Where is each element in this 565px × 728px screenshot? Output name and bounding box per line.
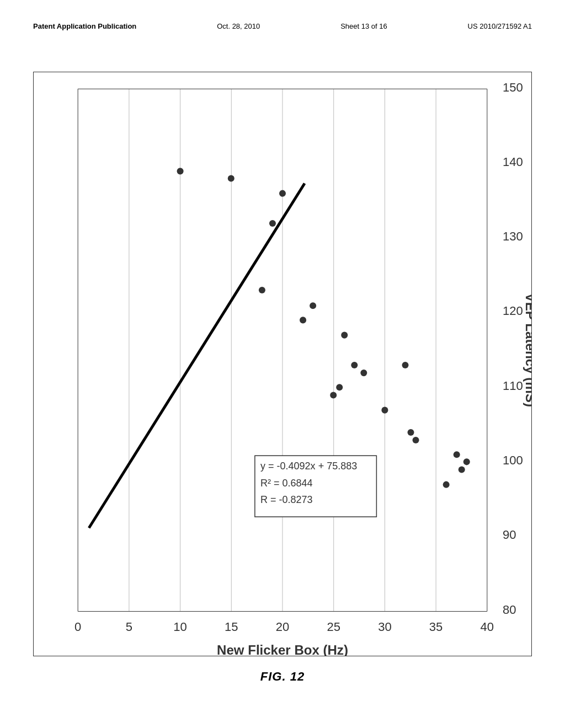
- svg-point-38: [360, 370, 367, 376]
- svg-text:35: 35: [429, 620, 443, 634]
- svg-text:150: 150: [503, 81, 523, 94]
- svg-text:R = -0.8273: R = -0.8273: [260, 494, 313, 505]
- header-patent-number: US 2010/271592 A1: [468, 22, 532, 30]
- svg-point-49: [177, 168, 184, 174]
- svg-text:120: 120: [503, 304, 523, 318]
- svg-text:R² = 0.6844: R² = 0.6844: [260, 478, 313, 489]
- svg-text:10: 10: [173, 620, 187, 634]
- svg-text:90: 90: [503, 528, 516, 542]
- svg-text:VEP Latency (mS): VEP Latency (mS): [523, 293, 531, 407]
- svg-text:40: 40: [481, 620, 494, 634]
- svg-point-41: [336, 384, 343, 390]
- svg-text:25: 25: [327, 620, 340, 634]
- svg-point-39: [351, 362, 358, 368]
- svg-point-30: [463, 458, 470, 465]
- svg-text:0: 0: [74, 620, 81, 634]
- svg-text:110: 110: [503, 379, 523, 393]
- header: Patent Application Publication Oct. 28, …: [33, 22, 532, 30]
- header-date: Oct. 28, 2010: [217, 22, 260, 30]
- svg-point-40: [341, 332, 348, 339]
- svg-text:30: 30: [378, 620, 392, 634]
- svg-text:80: 80: [503, 603, 516, 617]
- figure-caption: FIG. 12: [260, 670, 305, 684]
- svg-point-45: [279, 190, 286, 197]
- svg-point-46: [269, 220, 276, 227]
- svg-text:20: 20: [276, 620, 290, 634]
- svg-text:140: 140: [503, 155, 523, 169]
- header-sheet: Sheet 13 of 16: [340, 22, 387, 30]
- svg-text:15: 15: [225, 620, 238, 634]
- page: Patent Application Publication Oct. 28, …: [0, 0, 565, 728]
- svg-point-32: [454, 451, 460, 458]
- svg-point-31: [459, 466, 465, 473]
- svg-point-36: [402, 362, 408, 368]
- svg-point-48: [228, 175, 234, 181]
- svg-point-33: [443, 481, 450, 488]
- svg-text:New Flicker Box (Hz): New Flicker Box (Hz): [217, 643, 348, 656]
- svg-point-35: [408, 429, 414, 436]
- svg-point-42: [330, 392, 337, 398]
- svg-text:130: 130: [503, 229, 523, 243]
- svg-point-37: [381, 407, 388, 414]
- svg-point-43: [310, 302, 316, 309]
- svg-text:y = -0.4092x + 75.883: y = -0.4092x + 75.883: [260, 461, 357, 472]
- svg-point-34: [413, 437, 419, 443]
- header-publication-label: Patent Application Publication: [33, 22, 136, 30]
- chart-container: 0 5 10 15 20 25 30 35 40 New Flicker Box…: [33, 72, 532, 656]
- svg-text:100: 100: [503, 453, 523, 467]
- svg-point-47: [259, 287, 265, 293]
- svg-point-44: [300, 317, 306, 323]
- svg-text:5: 5: [126, 620, 132, 634]
- scatter-chart: 0 5 10 15 20 25 30 35 40 New Flicker Box…: [34, 72, 531, 656]
